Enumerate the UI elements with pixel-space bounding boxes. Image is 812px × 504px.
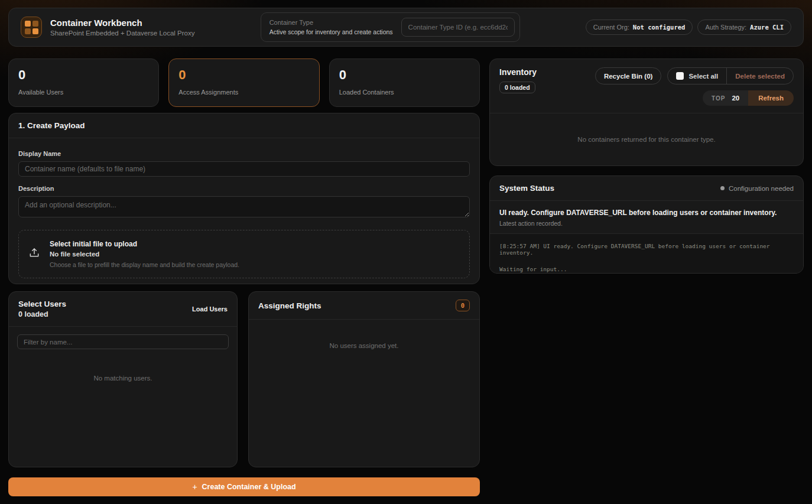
file-upload-dropzone[interactable]: Select initial file to upload No file se…	[18, 230, 470, 278]
app-subtitle: SharePoint Embedded + Dataverse Local Pr…	[50, 30, 195, 37]
inventory-empty-message: No containers returned for this containe…	[577, 136, 715, 143]
container-type-box: Container Type Active scope for inventor…	[261, 12, 520, 42]
create-button-label: Create Container & Upload	[202, 483, 296, 491]
stat-access-assignments: 0 Access Assignments	[168, 58, 319, 107]
system-status-panel: System Status Configuration needed UI re…	[489, 175, 804, 274]
top-limit-control[interactable]: TOP 20	[703, 90, 748, 106]
status-submessage: Latest action recorded.	[499, 220, 794, 227]
system-state-label: Configuration needed	[729, 185, 794, 192]
select-users-title: Select Users	[18, 300, 66, 308]
assigned-rights-title: Assigned Rights	[258, 301, 321, 310]
description-label: Description	[18, 185, 470, 192]
select-all-toggle[interactable]: Select all	[668, 68, 726, 84]
display-name-label: Display Name	[18, 150, 470, 157]
stat-label: Available Users	[18, 89, 149, 96]
plus-icon: +	[192, 482, 197, 492]
users-empty-message: No matching users.	[9, 349, 237, 382]
stat-loaded-containers: 0 Loaded Containers	[329, 58, 480, 107]
upload-status: No file selected	[50, 251, 239, 258]
select-all-checkbox[interactable]	[676, 72, 684, 80]
stat-label: Loaded Containers	[339, 89, 470, 96]
selection-actions-group: Select all Delete selected	[667, 67, 794, 84]
select-all-label: Select all	[688, 73, 718, 80]
status-log: [8:25:57 AM] UI ready. Configure DATAVER…	[490, 233, 803, 274]
stat-value: 0	[339, 67, 470, 83]
auth-strategy-badge: Auth Strategy: Azure CLI	[697, 19, 791, 35]
stat-value: 0	[18, 67, 149, 83]
delete-selected-button[interactable]: Delete selected	[727, 68, 793, 84]
system-status-title: System Status	[499, 184, 554, 193]
stats-row: 0 Available Users 0 Access Assignments 0…	[8, 58, 480, 107]
current-org-value: Not configured	[633, 24, 686, 31]
assigned-rights-header: Assigned Rights 0	[249, 292, 479, 320]
status-dot-icon	[720, 186, 725, 190]
system-status-header: System Status Configuration needed	[490, 176, 803, 201]
top-value: 20	[732, 95, 739, 102]
upload-icon	[28, 247, 40, 261]
upload-hint: Choose a file to prefill the display nam…	[50, 261, 239, 268]
status-message: UI ready. Configure DATAVERSE_URL before…	[499, 209, 794, 217]
container-type-label: Container Type	[269, 19, 393, 26]
select-users-panel: Select Users 0 loaded Load Users No matc…	[8, 291, 238, 467]
inventory-title: Inventory	[499, 67, 537, 77]
top-refresh-group: TOP 20 Refresh	[703, 90, 794, 106]
assigned-rights-panel: Assigned Rights 0 No users assigned yet.	[248, 291, 480, 467]
log-line: [8:25:57 AM] UI ready. Configure DATAVER…	[499, 243, 794, 256]
header-badges: Current Org: Not configured Auth Strateg…	[586, 19, 791, 35]
upload-title: Select initial file to upload	[50, 240, 239, 248]
rights-empty-message: No users assigned yet.	[249, 320, 479, 349]
user-filter-input[interactable]	[17, 334, 229, 349]
app-header: Container Workbench SharePoint Embedded …	[8, 8, 804, 47]
create-payload-title: 1. Create Payload	[18, 121, 85, 130]
create-payload-panel: 1. Create Payload Display Name Descripti…	[8, 113, 480, 284]
select-users-count: 0 loaded	[18, 310, 66, 318]
create-payload-header: 1. Create Payload	[9, 113, 479, 138]
app-title: Container Workbench	[50, 18, 195, 28]
refresh-button[interactable]: Refresh	[748, 90, 794, 106]
auth-strategy-value: Azure CLI	[750, 24, 784, 31]
inventory-panel: Inventory 0 loaded Recycle Bin (0) Selec…	[489, 58, 804, 166]
current-org-label: Current Org:	[593, 24, 629, 31]
system-state: Configuration needed	[720, 185, 794, 192]
brand: Container Workbench SharePoint Embedded …	[21, 17, 195, 38]
container-type-input[interactable]	[401, 18, 515, 37]
auth-strategy-label: Auth Strategy:	[705, 24, 746, 31]
container-type-hint: Active scope for inventory and create ac…	[269, 28, 393, 35]
load-users-button[interactable]: Load Users	[192, 305, 228, 313]
log-line: Waiting for input...	[499, 266, 794, 272]
stat-value: 0	[178, 67, 309, 83]
select-users-header: Select Users 0 loaded Load Users	[9, 292, 237, 327]
stat-available-users: 0 Available Users	[8, 58, 159, 107]
recycle-bin-button[interactable]: Recycle Bin (0)	[595, 67, 661, 84]
stat-label: Access Assignments	[178, 89, 309, 96]
inventory-header: Inventory 0 loaded Recycle Bin (0) Selec…	[490, 59, 803, 113]
assigned-rights-count-badge: 0	[456, 300, 470, 311]
delete-selected-label: Delete selected	[735, 73, 785, 80]
create-container-upload-button[interactable]: + Create Container & Upload	[8, 477, 480, 496]
top-label: TOP	[712, 95, 725, 102]
current-org-badge: Current Org: Not configured	[586, 19, 693, 35]
description-textarea[interactable]	[18, 196, 470, 217]
inventory-count-badge: 0 loaded	[499, 82, 535, 93]
app-logo-icon	[21, 17, 42, 38]
display-name-input[interactable]	[18, 161, 470, 177]
